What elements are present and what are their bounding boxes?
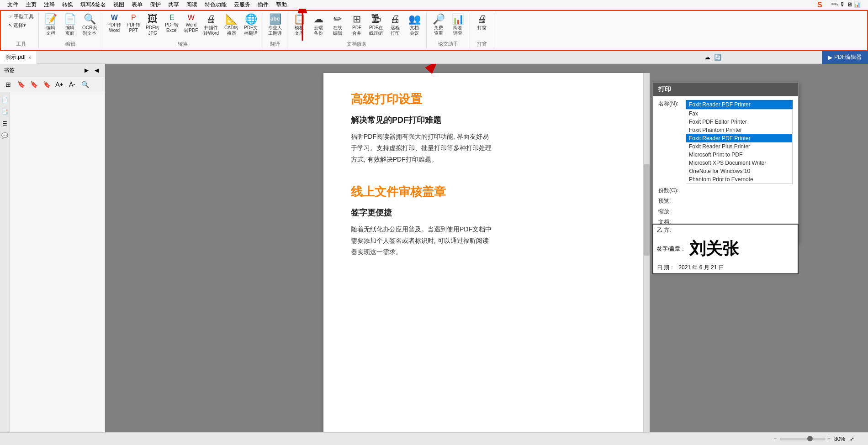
ribbon: ☞ 手型工具 ↖ 选择▾ 工具 📝 编辑 文档 📄 编辑 页面 🔍	[0, 10, 868, 51]
hand-tool-button[interactable]: ☞ 手型工具	[6, 13, 36, 21]
zoom-thumb	[807, 436, 813, 441]
printer-item-xps[interactable]: Microsoft XPS Document Writer	[686, 159, 792, 167]
printer-item-evernote[interactable]: Phantom Print to Evernote	[686, 175, 792, 183]
pro-translate-button[interactable]: 🔤 专业人 工翻译	[266, 13, 284, 37]
sidebar-icon-layer[interactable]: ☰	[1, 120, 9, 128]
pdf-to-jpg-button[interactable]: 🖼 PDF转 JPG	[143, 13, 162, 37]
scan-icon: 🖨	[206, 14, 216, 24]
pdf-to-ppt-button[interactable]: P PDF转 PPT	[124, 13, 143, 35]
sidebar-tool-font-increase[interactable]: A+	[54, 79, 65, 90]
ocr-icon: 🔍	[84, 14, 96, 24]
menu-form[interactable]: 表单	[128, 1, 146, 9]
template-button[interactable]: 📋 模板 文库	[290, 13, 308, 37]
pdf-to-word-button[interactable]: W PDF转 Word	[105, 13, 123, 35]
sidebar-tool-font-decrease[interactable]: A-	[67, 79, 78, 90]
menu-sign[interactable]: 填写&签名	[77, 1, 110, 9]
edit-page-button[interactable]: 📄 编辑 页面	[61, 13, 79, 37]
print-name-input[interactable]: Foxit Reader PDF Printer	[686, 100, 793, 109]
pdf-editor-label: PDF编辑器	[834, 53, 862, 61]
zoom-minus-button[interactable]: －	[773, 435, 778, 443]
pdf-merge-button[interactable]: ⊞ PDF 合并	[348, 13, 366, 37]
sidebar-icon-annot[interactable]: 💬	[1, 131, 9, 140]
remote-print-button[interactable]: 🖨 远程 打印	[386, 13, 404, 37]
tool-section: ☞ 手型工具 ↖ 选择▾ 工具	[4, 13, 39, 48]
menu-share[interactable]: 共享	[164, 1, 183, 9]
online-edit-button[interactable]: ✏ 在线 编辑	[328, 13, 347, 37]
zoom-plus-button[interactable]: +	[827, 436, 831, 442]
menu-bar: 文件 主页 注释 转换 填写&签名 视图 表单 保护 共享 阅读 特色功能 云服…	[0, 0, 868, 10]
sidebar-icon-page[interactable]: 📄	[1, 96, 9, 104]
pdf-page: 高级打印设置 解决常见的PDF打印难题 福昕PDF阅读器拥有强大的打印功能, 界…	[323, 73, 643, 445]
word-to-pdf-button[interactable]: W Word 转PDF	[182, 13, 200, 35]
printer-item-phantom[interactable]: Foxit Phantom Printer	[686, 126, 792, 134]
print-section: 🖨 打窗 打窗	[470, 13, 494, 48]
tool-row-2: ↖ 选择▾	[6, 21, 36, 29]
menu-annotate[interactable]: 注释	[40, 1, 58, 9]
printer-item-reader-plus[interactable]: Foxit Reader Plus Printer	[686, 142, 792, 151]
edit-page-icon: 📄	[64, 14, 76, 24]
tab-close-button[interactable]: ×	[28, 55, 31, 60]
convert-section: W PDF转 Word P PDF转 PPT 🖼 PDF转 JPG E PDF转…	[102, 13, 263, 48]
free-check-button[interactable]: 🔎 免费 查重	[429, 13, 448, 37]
sidebar-expand-btn[interactable]: ▶	[82, 66, 91, 75]
online-edit-icon: ✏	[333, 14, 342, 24]
print-zoom-row: 缩放:	[658, 208, 793, 215]
cloud-sync-icon: ☁	[704, 54, 710, 61]
menu-special[interactable]: 特色功能	[201, 1, 230, 9]
printer-item-reader[interactable]: Foxit Reader PDF Printer	[686, 134, 792, 142]
sidebar-tool-bookmark-add2[interactable]: 🔖	[28, 79, 39, 90]
menu-file[interactable]: 文件	[4, 1, 22, 9]
zoom-slider[interactable]	[780, 438, 826, 440]
menu-view[interactable]: 视图	[110, 1, 128, 9]
doc-meeting-button[interactable]: 👥 文档 会议	[405, 13, 423, 37]
print-name-label: 名称(N):	[658, 100, 686, 108]
sidebar-tool-search[interactable]: 🔍	[79, 79, 90, 90]
print-room-button[interactable]: 🖨 打窗	[473, 13, 491, 32]
menu-home[interactable]: 主页	[22, 1, 40, 9]
edit-doc-button[interactable]: 📝 编辑 文档	[42, 13, 60, 37]
check-icon: 🔎	[433, 14, 445, 24]
printer-item-ms-pdf[interactable]: Microsoft Print to PDF	[686, 151, 792, 159]
pdf-to-file-button[interactable]: 🌐 PDF文 档翻译	[242, 13, 260, 37]
sidebar-tool-bookmark-add[interactable]: 🔖	[16, 79, 26, 90]
sidebar-tool-expand[interactable]: ⊞	[3, 79, 14, 90]
scrollbar-thumb[interactable]	[644, 164, 650, 256]
cloud-backup-button[interactable]: ☁ 云端 备份	[309, 13, 328, 37]
printer-list[interactable]: Fax Foxit PDF Editor Printer Foxit Phant…	[686, 109, 793, 184]
pdf-editor-button[interactable]: ▶ PDF编辑器	[822, 51, 868, 64]
pdf-tab[interactable]: 演示.pdf ×	[0, 51, 37, 64]
menu-cloud[interactable]: 云服务	[230, 1, 254, 9]
section2: 线上文件审核盖章 签字更便捷 随着无纸化办公应用普及。当遇到使用PDF文档中 需…	[351, 184, 616, 258]
printer-item-onenote[interactable]: OneNote for Windows 10	[686, 167, 792, 175]
pdf-to-excel-button[interactable]: E PDF转 Excel	[163, 13, 181, 35]
content-scrollbar[interactable]	[643, 73, 650, 436]
menu-read[interactable]: 阅读	[183, 1, 201, 9]
compress-button[interactable]: 🗜 PDF在 线压缩	[367, 13, 385, 37]
menu-convert[interactable]: 转换	[58, 1, 77, 9]
foxit-logo: S 中· 🎙 🖥 📊	[814, 0, 864, 10]
doc-service-section: 📋 模板 文库 ☁ 云端 备份 ✏ 在线 编辑 ⊞ PDF 合并 🗜 PDF在 …	[287, 13, 427, 48]
scan-to-pdf-button[interactable]: 🖨 扫描件 转Word	[201, 13, 221, 37]
content-area: 高级打印设置 解决常见的PDF打印难题 福昕PDF阅读器拥有强大的打印功能, 界…	[105, 64, 868, 445]
thesis-section-label: 论文助手	[438, 41, 458, 48]
printer-item-editor[interactable]: Foxit PDF Editor Printer	[686, 118, 792, 126]
tab-bar: 演示.pdf × ☁ 🔄 ▶ PDF编辑器	[0, 51, 868, 64]
sidebar-tool-bookmark-add3[interactable]: 🔖	[41, 79, 52, 90]
svg-line-3	[429, 64, 451, 71]
printer-item-fax[interactable]: Fax	[686, 110, 792, 118]
menu-help[interactable]: 帮助	[272, 1, 291, 9]
sidebar-collapse-btn[interactable]: ◀	[92, 66, 101, 75]
fullscreen-button[interactable]: ⤢	[850, 436, 854, 442]
reading-check-button[interactable]: 📊 阅卷 调查	[449, 13, 467, 37]
select-tool-button[interactable]: ↖ 选择▾	[6, 21, 28, 29]
convert-section-label: 转换	[178, 41, 188, 48]
sig-date-label: 日 期：	[657, 264, 675, 272]
print-name-value-area: Foxit Reader PDF Printer Fax Foxit PDF E…	[686, 100, 793, 184]
sidebar-icon-bookmark[interactable]: 📑	[1, 108, 9, 116]
pdf-ppt-icon: P	[131, 14, 136, 21]
thesis-section: 🔎 免费 查重 📊 阅卷 调查 论文助手	[427, 13, 470, 48]
cad-to-pdf-button[interactable]: 📐 CAD转 换器	[222, 13, 241, 37]
menu-plugin[interactable]: 插件	[254, 1, 272, 9]
ocr-button[interactable]: 🔍 OCR识 别文本	[80, 13, 99, 37]
menu-protect[interactable]: 保护	[146, 1, 164, 9]
